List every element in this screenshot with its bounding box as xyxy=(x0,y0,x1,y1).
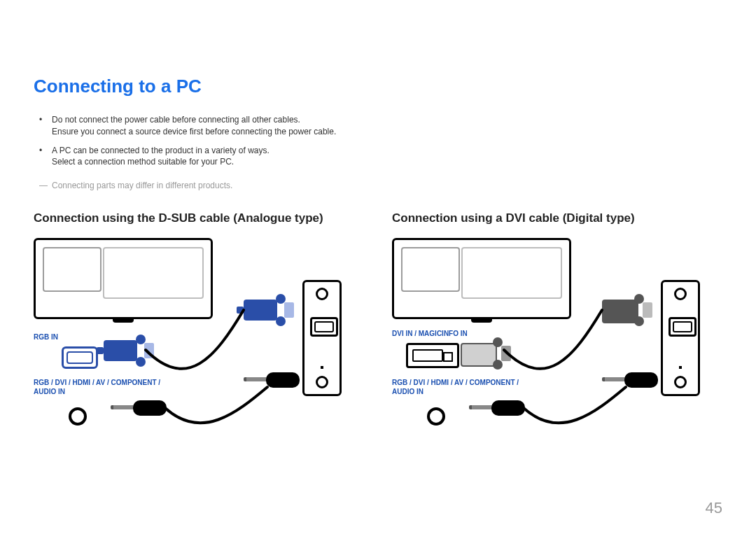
column-dsub: Connection using the D-SUB cable (Analog… xyxy=(34,211,364,441)
note-item: Do not connect the power cable before co… xyxy=(39,114,722,145)
note-main: Do not connect the power cable before co… xyxy=(52,115,300,125)
audio-jack-icon xyxy=(69,407,87,426)
audio-plug-icon xyxy=(244,371,300,389)
monitor-back-icon xyxy=(34,238,213,319)
vga-plug-icon xyxy=(104,335,146,367)
heading-dvi: Connection using a DVI cable (Digital ty… xyxy=(392,211,722,225)
note-main: A PC can be connected to the product in … xyxy=(52,146,270,155)
label-audio-in: RGB / DVI / HDMI / AV / COMPONENT / AUDI… xyxy=(392,378,525,396)
audio-plug-icon xyxy=(602,371,658,389)
audio-plug-icon xyxy=(111,399,167,417)
monitor-back-icon xyxy=(392,238,571,319)
manual-page: Connecting to a PC Do not connect the po… xyxy=(0,0,756,534)
footnote: Connecting parts may differ in different… xyxy=(39,181,722,190)
vga-plug-icon xyxy=(244,294,286,326)
dvi-plug-icon xyxy=(602,294,644,326)
note-sub: Ensure you connect a source device first… xyxy=(52,126,722,138)
label-rgb-in: RGB IN xyxy=(34,332,58,342)
heading-dsub: Connection using the D-SUB cable (Analog… xyxy=(34,211,364,225)
note-sub: Select a connection method suitable for … xyxy=(52,156,722,168)
column-dvi: Connection using a DVI cable (Digital ty… xyxy=(392,211,722,441)
pc-tower-icon xyxy=(302,280,342,396)
diagram-dsub: RGB IN RGB / DVI / HDMI / AV / COMPONENT… xyxy=(34,238,342,441)
audio-jack-icon xyxy=(427,407,445,426)
pc-tower-icon xyxy=(661,280,700,396)
dvi-port-icon xyxy=(406,343,459,368)
page-number: 45 xyxy=(706,499,722,517)
note-list: Do not connect the power cable before co… xyxy=(39,114,722,175)
dvi-plug-icon xyxy=(461,337,503,370)
label-audio-in: RGB / DVI / HDMI / AV / COMPONENT / AUDI… xyxy=(34,378,167,396)
vga-port-icon xyxy=(62,346,98,369)
audio-plug-icon xyxy=(469,399,525,417)
page-title: Connecting to a PC xyxy=(34,76,722,97)
columns: Connection using the D-SUB cable (Analog… xyxy=(34,211,722,441)
note-item: A PC can be connected to the product in … xyxy=(39,145,722,176)
diagram-dvi: DVI IN / MAGICINFO IN RGB / DVI / HDMI /… xyxy=(392,238,700,441)
label-dvi-in: DVI IN / MAGICINFO IN xyxy=(392,329,468,338)
